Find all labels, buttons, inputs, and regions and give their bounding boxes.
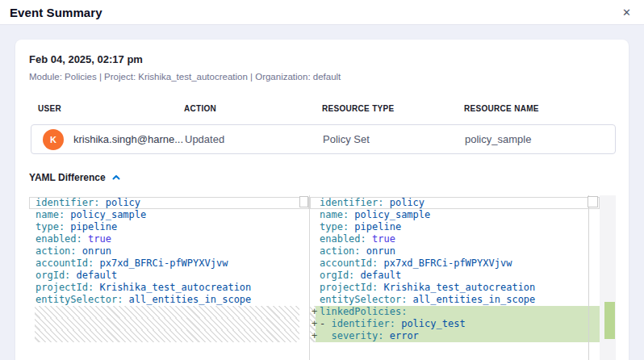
chevron-up-icon	[111, 174, 121, 182]
yaml-value: default	[354, 270, 401, 281]
yaml-value: policy	[99, 197, 140, 208]
yaml-key: identifier:	[331, 318, 395, 329]
diff-inserted-line: + severity: error	[310, 330, 600, 342]
diff-code-line: entitySelector: all_entities_in_scope	[310, 294, 600, 306]
close-button[interactable]: ✕	[619, 6, 634, 19]
yaml-value: Krishika_test_autocreation	[378, 282, 535, 293]
diff-code-line: action: onrun	[29, 245, 309, 257]
right-pane-scrollbar[interactable]	[588, 196, 598, 207]
diff-code-line: projectId: Krishika_test_autocreation	[29, 282, 309, 294]
hatch-pattern	[35, 306, 299, 318]
yaml-value: error	[383, 330, 418, 341]
yaml-key: identifier:	[36, 197, 99, 208]
yaml-difference-label: YAML Difference	[29, 172, 106, 183]
modal-title: Event Summary	[10, 6, 102, 19]
yaml-list-prefix	[320, 330, 331, 341]
modal-header: Event Summary ✕	[0, 0, 644, 25]
yaml-key: name:	[320, 209, 349, 220]
resource-type-cell: Policy Set	[323, 133, 465, 145]
yaml-value: px7xd_BFRCi-pfWPYXVjvw	[378, 257, 512, 269]
audit-table-row: K krishika.singh@harne... Updated Policy…	[31, 124, 616, 154]
diff-overview-ruler	[600, 195, 616, 360]
yaml-value: Krishika_test_autocreation	[94, 282, 251, 293]
diff-code-line: projectId: Krishika_test_autocreation	[310, 282, 600, 294]
user-cell: K krishika.singh@harne...	[31, 129, 185, 150]
diff-code-line: enabled: true	[29, 233, 309, 245]
screen: { "header": { "title": "Event Summary", …	[0, 0, 644, 360]
hatch-pattern	[35, 330, 299, 342]
modal-body: Feb 04, 2025, 02:17 pm Module: Policies …	[0, 25, 644, 360]
diff-code-line: action: onrun	[310, 245, 600, 257]
yaml-value: px7xd_BFRCi-pfWPYXVjvw	[94, 257, 228, 269]
yaml-key: orgId:	[36, 270, 70, 281]
event-summary-modal: Event Summary ✕ Feb 04, 2025, 02:17 pm M…	[0, 0, 644, 360]
diff-code-line: type: pipeline	[29, 221, 309, 233]
diff-pane-original[interactable]: identifier: policyname: policy_sampletyp…	[29, 195, 310, 360]
yaml-value: policy_sample	[65, 209, 146, 220]
yaml-key: accountId:	[36, 257, 94, 269]
diff-code-line: identifier: policy	[310, 197, 600, 209]
yaml-value: policy_test	[395, 318, 466, 329]
yaml-difference-toggle[interactable]: YAML Difference	[29, 172, 121, 183]
yaml-value: default	[70, 270, 117, 281]
yaml-key: projectId:	[320, 282, 378, 293]
avatar: K	[43, 129, 64, 150]
yaml-key: accountId:	[320, 257, 378, 269]
user-email: krishika.singh@harne...	[73, 133, 183, 145]
event-context: Module: Policies | Project: Krishika_tes…	[29, 72, 615, 82]
action-cell: Updated	[185, 133, 323, 145]
resource-name-cell: policy_sample	[465, 133, 615, 145]
yaml-value: all_entities_in_scope	[407, 294, 535, 305]
yaml-key: orgId:	[320, 270, 354, 281]
insert-gutter-marker: +	[312, 318, 317, 330]
yaml-key: identifier:	[320, 197, 383, 208]
yaml-value: onrun	[77, 245, 111, 257]
event-timestamp: Feb 04, 2025, 02:17 pm	[29, 53, 615, 65]
insert-gutter-marker: +	[312, 306, 317, 318]
yaml-diff-editor: identifier: policyname: policy_sampletyp…	[29, 195, 617, 360]
diff-code-line: orgId: default	[29, 270, 309, 282]
diff-filler-line	[29, 330, 309, 342]
hatch-pattern	[35, 318, 299, 330]
yaml-key: enabled:	[36, 233, 82, 245]
column-header-user: USER	[29, 104, 184, 113]
diff-code-line: accountId: px7xd_BFRCi-pfWPYXVjvw	[29, 257, 309, 270]
yaml-value: true	[366, 233, 395, 245]
yaml-value: pipeline	[349, 221, 401, 232]
column-header-resource-name: RESOURCE NAME	[464, 104, 615, 113]
diff-inserted-line: +linkedPolicies:	[310, 306, 600, 318]
yaml-value: true	[82, 233, 111, 245]
yaml-value: policy	[383, 197, 424, 208]
left-pane-scrollbar[interactable]	[299, 196, 308, 207]
audit-table-header: USER ACTION RESOURCE TYPE RESOURCE NAME	[29, 104, 615, 113]
diff-pane-modified[interactable]: identifier: policyname: policy_sampletyp…	[310, 195, 600, 360]
diff-inserted-line: +- identifier: policy_test	[310, 318, 600, 330]
yaml-key: name:	[36, 209, 65, 220]
diff-filler-line	[29, 306, 309, 318]
diff-code-line: type: pipeline	[310, 221, 600, 233]
yaml-key: entitySelector:	[36, 294, 123, 305]
yaml-key: enabled:	[320, 233, 366, 245]
yaml-value: onrun	[361, 245, 395, 257]
yaml-key: linkedPolicies:	[320, 306, 407, 317]
yaml-key: type:	[36, 221, 65, 232]
diff-code-line: accountId: px7xd_BFRCi-pfWPYXVjvw	[310, 257, 600, 270]
diff-code-line: name: policy_sample	[310, 209, 600, 221]
event-card: Feb 04, 2025, 02:17 pm Module: Policies …	[15, 40, 629, 360]
diff-insert-marker	[604, 302, 615, 339]
yaml-key: projectId:	[36, 282, 94, 293]
yaml-list-prefix: -	[320, 318, 331, 329]
diff-code-line: name: policy_sample	[29, 209, 309, 221]
diff-filler-line	[29, 318, 309, 330]
insert-gutter-marker: +	[312, 330, 317, 342]
yaml-key: action:	[320, 245, 361, 257]
column-header-resource-type: RESOURCE TYPE	[322, 104, 464, 113]
yaml-value: policy_sample	[349, 209, 430, 220]
diff-code-line: orgId: default	[310, 270, 600, 282]
yaml-key: severity:	[331, 330, 383, 341]
column-header-action: ACTION	[184, 104, 322, 113]
close-icon: ✕	[622, 6, 631, 19]
yaml-value: pipeline	[65, 221, 117, 232]
yaml-value: all_entities_in_scope	[123, 294, 251, 305]
diff-code-line: entitySelector: all_entities_in_scope	[29, 294, 309, 306]
